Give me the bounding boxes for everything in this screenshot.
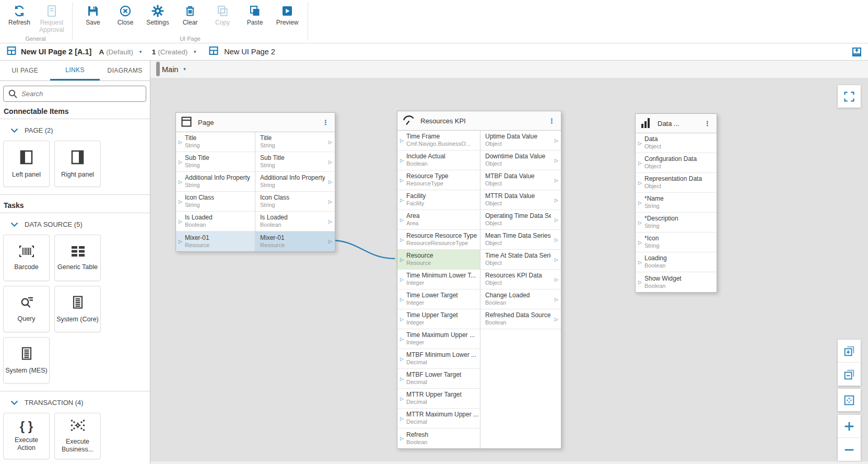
item-generic-table[interactable]: Generic Table (54, 235, 101, 281)
port-row[interactable]: ▷Icon ClassString (176, 192, 255, 212)
port-row-mixer01-out[interactable]: Mixer-01Resource▷ (255, 231, 335, 251)
port-row[interactable]: ▷Time Upper TargetInteger (397, 309, 480, 329)
item-query[interactable]: Query (3, 286, 50, 332)
add-view-button[interactable] (838, 340, 861, 362)
kebab-menu-icon[interactable]: ⋮ (703, 120, 712, 127)
port-row[interactable]: ▷Configuration DataObject (636, 153, 717, 173)
input-port-icon[interactable]: ▷ (397, 277, 406, 282)
item-left-panel[interactable]: Left panel (3, 141, 50, 187)
input-port-icon[interactable]: ▷ (176, 179, 185, 184)
output-port-icon[interactable]: ▷ (552, 237, 561, 242)
output-port-icon[interactable]: ▷ (552, 317, 561, 322)
kebab-menu-icon[interactable]: ⋮ (321, 119, 330, 126)
input-port-icon[interactable]: ▷ (636, 280, 644, 285)
output-port-icon[interactable]: ▷ (552, 138, 561, 143)
output-port-icon[interactable]: ▷ (552, 178, 561, 183)
fullscreen-button[interactable] (838, 85, 861, 108)
remove-view-button[interactable] (838, 363, 861, 386)
port-row[interactable]: ▷Time FrameCmf.Navigo.BusinessO... (397, 131, 480, 150)
port-row[interactable]: ▷FacilityFacility (397, 190, 480, 210)
port-row[interactable]: Uptime Data ValueObject▷ (480, 131, 561, 150)
version-dropdown-caret[interactable]: ▼ (138, 50, 143, 54)
node-header[interactable]: Data ... ⋮ (636, 114, 717, 133)
port-row[interactable]: ▷Resource Resource TypeResourceResourceT… (397, 230, 480, 250)
node-data[interactable]: Data ... ⋮ ▷DataObject ▷Configuration Da… (635, 113, 717, 293)
revision-dropdown-caret[interactable]: ▼ (193, 50, 197, 54)
port-row[interactable]: MTTR Data ValueObject▷ (480, 190, 561, 210)
input-port-icon[interactable]: ▷ (397, 416, 406, 421)
input-port-icon[interactable]: ▷ (636, 240, 644, 245)
input-port-icon[interactable]: ▷ (636, 141, 644, 146)
port-row[interactable]: Time At State Data SeriesObject▷ (480, 250, 561, 270)
input-port-icon[interactable]: ▷ (176, 239, 185, 244)
search-input[interactable] (3, 86, 146, 102)
input-port-icon[interactable]: ▷ (397, 337, 406, 342)
port-row-resource[interactable]: ▷ResourceResource (397, 250, 480, 270)
port-row[interactable]: ▷DataObject (636, 133, 717, 153)
node-header[interactable]: Page ⋮ (176, 113, 335, 132)
output-port-icon[interactable]: ▷ (326, 140, 335, 145)
item-system-mes[interactable]: System (MES) (3, 337, 50, 384)
input-port-icon[interactable]: ▷ (397, 317, 406, 322)
port-row[interactable]: ▷Representation DataObject (636, 173, 717, 193)
input-port-icon[interactable]: ▷ (636, 220, 644, 225)
port-row[interactable]: Is LoadedBoolean▷ (255, 212, 335, 231)
input-port-icon[interactable]: ▷ (397, 396, 406, 401)
request-approval-button[interactable]: Request Approval (36, 2, 68, 34)
output-port-icon[interactable]: ▷ (326, 239, 335, 244)
paste-button[interactable]: Paste (239, 2, 271, 27)
item-execute-action[interactable]: { } Execute Action (3, 413, 50, 459)
port-row[interactable]: ▷Time Maximum Upper ...Integer (397, 329, 480, 349)
input-port-icon[interactable]: ▷ (636, 260, 644, 265)
input-port-icon[interactable]: ▷ (636, 180, 644, 185)
input-port-icon[interactable]: ▷ (176, 159, 185, 165)
close-button[interactable]: Close (109, 2, 142, 27)
port-row[interactable]: ▷MTBF Lower TargetDecimal (397, 369, 480, 389)
output-port-icon[interactable]: ▷ (552, 198, 561, 203)
port-row[interactable]: Operating Time Data SeriesObject▷ (480, 210, 561, 230)
input-port-icon[interactable]: ▷ (397, 356, 406, 362)
port-row[interactable]: Sub TitleString▷ (255, 152, 335, 172)
port-row[interactable]: ▷MTTR Maximum Upper ...Decimal (397, 409, 480, 428)
item-right-panel[interactable]: Right panel (54, 141, 101, 187)
horizontal-scrollbar[interactable] (150, 461, 868, 464)
port-row[interactable]: TitleString▷ (255, 132, 335, 152)
output-port-icon[interactable]: ▷ (552, 277, 561, 282)
output-port-icon[interactable]: ▷ (326, 199, 335, 204)
input-port-icon[interactable]: ▷ (397, 198, 406, 203)
refresh-button[interactable]: Refresh (3, 2, 36, 27)
port-row[interactable]: Mean Time Data SeriesObject▷ (480, 230, 561, 250)
input-port-icon[interactable]: ▷ (397, 376, 406, 381)
port-row[interactable]: Change LoadedBoolean▷ (480, 289, 561, 309)
port-row[interactable]: ▷*IconString (636, 233, 717, 252)
view-dropdown-caret[interactable]: ▼ (182, 67, 186, 72)
wire-mixer01-to-resource[interactable] (331, 240, 396, 259)
input-port-icon[interactable]: ▷ (176, 219, 185, 224)
item-system-core[interactable]: System (Core) (54, 286, 101, 332)
port-row[interactable]: ▷MTTR Upper TargetDecimal (397, 389, 480, 409)
port-row[interactable]: ▷Additional Info PropertyString (176, 172, 255, 192)
input-port-icon[interactable]: ▷ (397, 217, 406, 223)
clear-button[interactable]: Clear (174, 2, 206, 27)
input-port-icon[interactable]: ▷ (636, 200, 644, 205)
port-row-mixer01[interactable]: ▷Mixer-01Resource (176, 231, 255, 251)
tab-ui-page[interactable]: UI PAGE (0, 61, 50, 80)
input-port-icon[interactable]: ▷ (636, 160, 644, 166)
diagram-canvas[interactable]: Main ▼ Page ⋮ ▷TitleString ▷Sub T (150, 61, 868, 464)
copy-button[interactable]: Copy (206, 2, 239, 27)
port-row[interactable]: ▷MTBF Minimum Lower ...Decimal (397, 349, 480, 369)
output-port-icon[interactable]: ▷ (552, 158, 561, 163)
port-row[interactable]: ▷AreaArea (397, 210, 480, 230)
port-row[interactable]: ▷Sub TitleString (176, 152, 255, 172)
port-row[interactable]: ▷LoadingBoolean (636, 252, 717, 272)
port-row[interactable]: Refreshed Data SourceBoolean▷ (480, 309, 561, 329)
input-port-icon[interactable]: ▷ (397, 178, 406, 183)
input-port-icon[interactable]: ▷ (397, 237, 406, 242)
tab-links[interactable]: LINKS (50, 61, 100, 80)
node-header[interactable]: Resources KPI ⋮ (397, 111, 561, 131)
port-row[interactable]: Downtime Data ValueObject▷ (480, 150, 561, 170)
node-page[interactable]: Page ⋮ ▷TitleString ▷Sub TitleString ▷Ad… (175, 112, 335, 252)
port-row[interactable]: Resources KPI DataObject▷ (480, 270, 561, 289)
port-row[interactable]: ▷Time Lower TargetInteger (397, 289, 480, 309)
port-row[interactable]: ▷*NameString (636, 193, 717, 213)
